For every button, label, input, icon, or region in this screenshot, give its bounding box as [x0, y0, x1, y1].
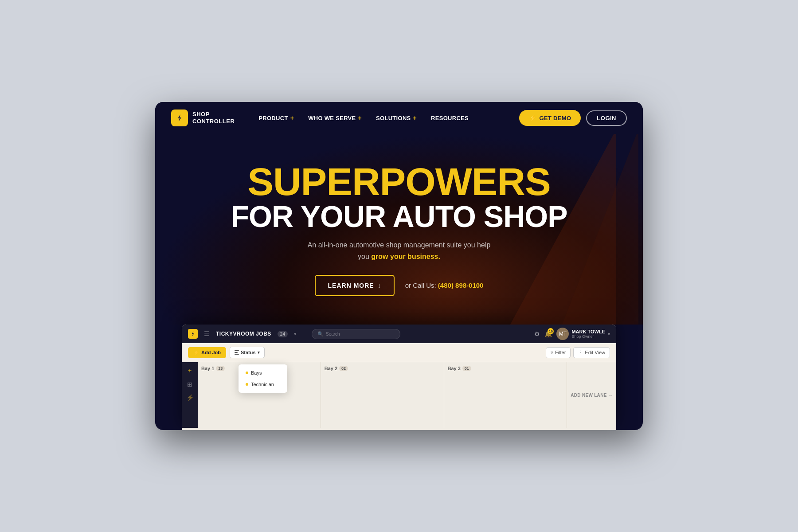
app-toolbar: ⚡ Add Job Status ▾ Bays	[182, 343, 616, 362]
app-user-area[interactable]: MT MARK TOWLE Shop Owner ▾	[556, 328, 610, 340]
lane-bay2-header: Bay 2 02	[325, 366, 440, 371]
add-job-button[interactable]: ⚡ Add Job	[188, 347, 226, 358]
sidebar-icon-grid[interactable]: ⊞	[187, 381, 192, 388]
status-dropdown: Bays Technician	[239, 364, 287, 393]
login-button[interactable]: LOGIN	[586, 110, 627, 126]
svg-marker-1	[192, 331, 194, 336]
dropdown-dot-bays	[246, 372, 248, 374]
nav-actions: ⚡ GET DEMO LOGIN	[519, 110, 627, 126]
app-chevron-icon[interactable]: ▾	[294, 331, 297, 337]
hero-subtitle: An all-in-one automotive shop management…	[306, 239, 492, 262]
hero-content: SUPERPOWERS FOR YOUR AUTO SHOP An all-in…	[222, 162, 576, 296]
get-demo-button[interactable]: ⚡ GET DEMO	[519, 110, 581, 126]
user-name: MARK TOWLE	[571, 329, 605, 334]
add-job-lightning-icon: ⚡	[193, 350, 200, 356]
browser-frame: SHOP CONTROLLER PRODUCT + WHO WE SERVE +…	[155, 102, 643, 430]
arrow-down-icon: ↓	[378, 282, 381, 289]
status-button[interactable]: Status ▾	[230, 347, 265, 358]
status-chevron-icon: ▾	[258, 350, 260, 355]
status-bars-icon	[235, 350, 239, 355]
search-icon: 🔍	[317, 331, 324, 337]
nav-links: PRODUCT + WHO WE SERVE + SOLUTIONS + RES…	[252, 111, 519, 125]
notification-area[interactable]: 🔔 10	[544, 330, 552, 338]
hamburger-icon[interactable]: ☰	[204, 330, 210, 337]
app-job-count-badge: 24	[278, 331, 288, 337]
dropdown-item-bays[interactable]: Bays	[239, 367, 287, 379]
nav-solutions-plus: +	[413, 114, 417, 121]
dropdown-item-technician[interactable]: Technician	[239, 379, 287, 390]
lightning-icon: ⚡	[529, 114, 536, 121]
nav-solutions[interactable]: SOLUTIONS +	[370, 111, 423, 125]
sidebar-icon-lightning[interactable]: ⚡	[186, 394, 194, 401]
app-logo-small	[188, 329, 198, 339]
lane-bay3-header: Bay 3 01	[448, 366, 563, 371]
app-search-bar[interactable]: 🔍 Search	[312, 329, 400, 339]
edit-view-icon: ⋮	[578, 350, 583, 356]
notification-count: 10	[548, 328, 554, 334]
dropdown-dot-technician	[246, 383, 248, 386]
nav-product-plus: +	[290, 114, 294, 121]
app-topbar: ☰ TICKYVROOM JOBS 24 ▾ 🔍 Search ⚙ 🔔 10 M…	[182, 325, 616, 343]
nav-who-we-serve[interactable]: WHO WE SERVE +	[302, 111, 368, 125]
call-text: or Call Us: (480) 898-0100	[405, 282, 484, 289]
sidebar-icon-add[interactable]: ＋	[187, 367, 193, 375]
nav-resources[interactable]: RESOURCES	[425, 111, 475, 125]
lane-bay3: Bay 3 01	[444, 362, 567, 428]
app-preview: ☰ TICKYVROOM JOBS 24 ▾ 🔍 Search ⚙ 🔔 10 M…	[182, 325, 616, 430]
app-shop-name: TICKYVROOM JOBS	[216, 331, 271, 337]
lane-bay3-count: 01	[462, 366, 471, 371]
logo-icon	[171, 110, 188, 126]
logo-text: SHOP CONTROLLER	[192, 111, 235, 125]
navbar: SHOP CONTROLLER PRODUCT + WHO WE SERVE +…	[155, 102, 643, 134]
hero-title-auto-shop: FOR YOUR AUTO SHOP	[231, 201, 567, 231]
user-info: MARK TOWLE Shop Owner	[571, 329, 605, 339]
lane-bay1-count: 13	[216, 366, 225, 371]
filter-button[interactable]: ▿ Filter	[546, 347, 571, 358]
user-avatar: MT	[556, 328, 569, 340]
filter-icon: ▿	[551, 350, 553, 356]
hero-actions: LEARN MORE ↓ or Call Us: (480) 898-0100	[231, 275, 567, 296]
lane-bay2: Bay 2 02	[321, 362, 444, 428]
nav-who-we-serve-plus: +	[358, 114, 362, 121]
logo-area[interactable]: SHOP CONTROLLER	[171, 110, 235, 126]
nav-product[interactable]: PRODUCT +	[252, 111, 300, 125]
learn-more-button[interactable]: LEARN MORE ↓	[315, 275, 395, 296]
filter-actions: ▿ Filter ⋮ Edit View	[546, 347, 610, 358]
user-role: Shop Owner	[571, 334, 605, 339]
hero-section: SUPERPOWERS FOR YOUR AUTO SHOP An all-in…	[155, 134, 643, 325]
svg-marker-0	[178, 114, 181, 121]
edit-view-button[interactable]: ⋮ Edit View	[573, 347, 610, 358]
lane-bay2-count: 02	[339, 366, 348, 371]
app-nav-right: ⚙ 🔔 10 MT MARK TOWLE Shop Owner ▾	[534, 328, 610, 340]
app-sidebar-icons: ＋ ⊞ ⚡	[182, 362, 198, 428]
user-chevron-icon[interactable]: ▾	[608, 332, 610, 336]
hero-title-superpowers: SUPERPOWERS	[231, 162, 567, 201]
settings-icon[interactable]: ⚙	[534, 330, 540, 337]
add-new-lane-button[interactable]: ADD NEW LANE →	[567, 362, 616, 428]
